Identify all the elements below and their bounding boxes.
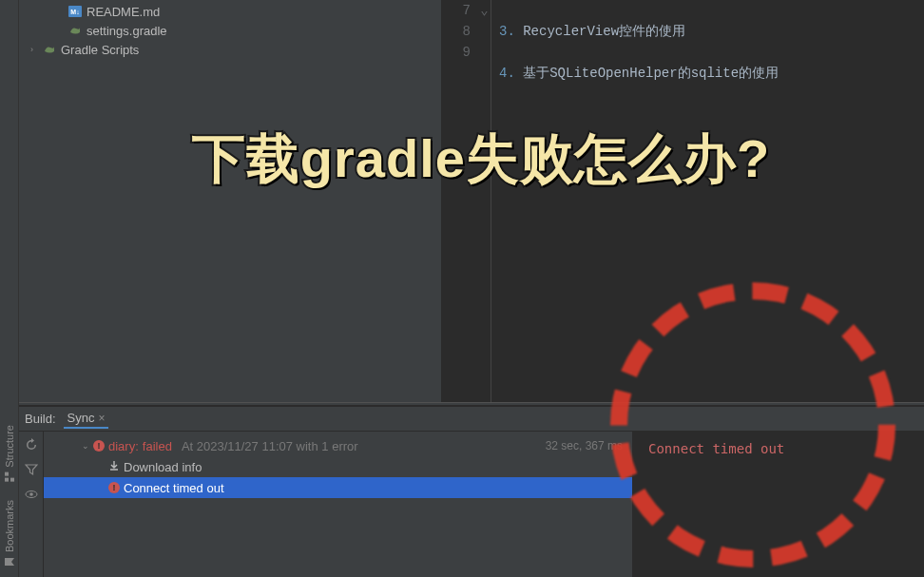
structure-label: Structure [4, 425, 15, 468]
structure-icon [4, 471, 15, 483]
tree-item-settings-gradle[interactable]: settings.gradle [19, 21, 441, 40]
build-time: 32 sec, 367 ms [546, 439, 623, 452]
code-content[interactable]: 3. RecyclerView控件的使用 4. 基于SQLiteOpenHelp… [491, 0, 924, 402]
file-label: README.md [87, 5, 160, 19]
line-number: 9 [442, 42, 471, 63]
build-item-label: Download info [124, 460, 202, 474]
build-error-row[interactable]: ! Connect timed out [44, 477, 632, 498]
gradle-folder-icon [43, 43, 56, 56]
line-number: 7 [442, 0, 471, 21]
build-tab-sync[interactable]: Sync × [64, 409, 109, 429]
build-module-name: diary: [108, 439, 139, 453]
fold-gutter[interactable]: ⌄ [478, 0, 491, 402]
svg-rect-0 [5, 478, 9, 482]
tab-label: Sync [67, 411, 95, 425]
close-tab-icon[interactable]: × [98, 412, 105, 425]
build-title-label: Build: [25, 412, 56, 426]
svg-rect-2 [10, 478, 14, 482]
filter-button[interactable] [24, 462, 39, 477]
gradle-file-icon [68, 24, 82, 37]
bookmarks-label: Bookmarks [4, 500, 15, 552]
error-icon: ! [108, 482, 120, 493]
build-toolbar [19, 432, 44, 577]
line-number: 8 [442, 21, 471, 42]
build-tree[interactable]: ⌄ ! diary: failed At 2023/11/27 11:07 wi… [44, 432, 633, 577]
tree-item-readme[interactable]: M↓ README.md [19, 2, 441, 21]
build-panel: Build: Sync × [19, 406, 924, 577]
line-number-gutter: 7 8 9 [442, 0, 478, 402]
build-download-row[interactable]: Download info [44, 456, 632, 477]
code-editor[interactable]: 7 8 9 ⌄ 3. RecyclerView控件的使用 4. 基于SQLite… [442, 0, 924, 402]
code-text: 基于SQLiteOpenHelper的sqlite的使用 [523, 66, 779, 81]
bookmarks-tool-button[interactable]: Bookmarks [4, 500, 15, 567]
filter-icon [25, 463, 38, 476]
list-number: 3. [499, 24, 515, 39]
build-meta: At 2023/11/27 11:07 with 1 error [182, 439, 358, 453]
folder-label: Gradle Scripts [61, 43, 139, 57]
svg-point-6 [29, 492, 33, 496]
build-status: failed [143, 439, 172, 453]
svg-text:M↓: M↓ [70, 9, 79, 15]
error-detail-text: Connect timed out [648, 441, 784, 456]
refresh-button[interactable] [24, 437, 39, 452]
file-label: settings.gradle [87, 24, 167, 38]
list-number: 4. [499, 66, 515, 81]
download-icon [108, 460, 120, 474]
svg-rect-1 [5, 472, 9, 476]
structure-tool-button[interactable]: Structure [4, 425, 15, 483]
error-icon: ! [93, 440, 105, 452]
markdown-file-icon: M↓ [68, 5, 82, 18]
build-root-row[interactable]: ⌄ ! diary: failed At 2023/11/27 11:07 wi… [44, 435, 632, 456]
refresh-icon [25, 438, 38, 452]
chevron-down-icon: ⌄ [82, 441, 89, 451]
bookmark-icon [4, 556, 15, 567]
build-header: Build: Sync × [19, 407, 924, 432]
eye-icon [25, 488, 38, 501]
view-button[interactable] [24, 487, 39, 502]
chevron-right-icon: › [30, 45, 38, 54]
project-tree[interactable]: M↓ README.md settings.gradle › Gradle Sc… [19, 0, 442, 402]
build-detail-pane[interactable]: Connect timed out [633, 432, 924, 577]
tree-item-gradle-scripts[interactable]: › Gradle Scripts [19, 40, 441, 59]
build-item-label: Connect timed out [124, 481, 224, 495]
code-text: RecyclerView控件的使用 [523, 24, 685, 39]
left-tool-gutter: Structure Bookmarks [0, 0, 19, 577]
fold-marker[interactable]: ⌄ [478, 0, 491, 21]
